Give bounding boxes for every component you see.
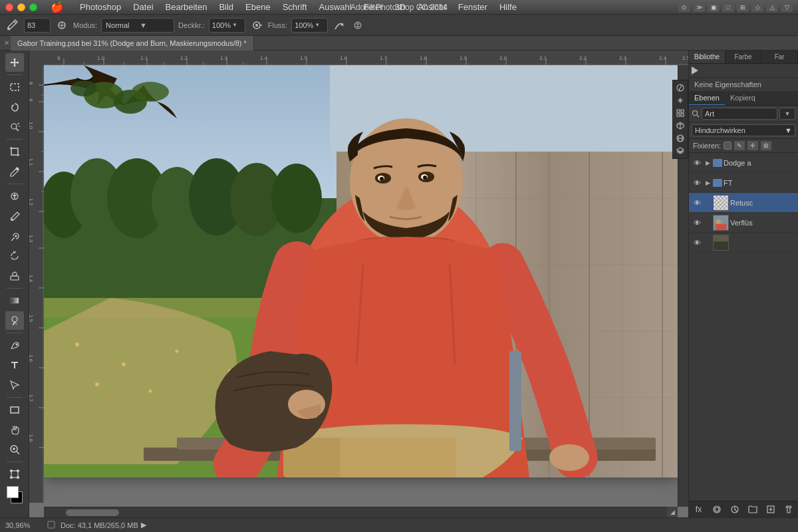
layer-row-retusc[interactable]: 👁 Retusc [689, 193, 798, 213]
tab-farbe[interactable]: Farbe [726, 51, 762, 63]
tab-kopierq[interactable]: Kopierq [725, 91, 761, 105]
delete-layer-button[interactable] [780, 503, 797, 516]
svg-point-101 [70, 80, 97, 96]
tablet-pressure-icon[interactable] [332, 18, 346, 33]
fix-brush-icon[interactable]: ✎ [734, 141, 745, 150]
hand-tool[interactable] [5, 420, 24, 439]
new-layer-button[interactable] [762, 503, 779, 516]
deckraft-box[interactable]: 100% ▼ [209, 18, 245, 33]
layer-row-5[interactable]: 👁 [689, 233, 798, 253]
svg-point-133 [380, 177, 384, 181]
menu-hilfe[interactable]: Hilfe [494, 1, 522, 13]
brush-picker-icon[interactable] [55, 18, 69, 33]
layer-expand-ft[interactable]: ▶ [704, 179, 712, 187]
menu-ebene[interactable]: Ebene [240, 1, 276, 13]
dodge-tool[interactable] [5, 311, 24, 330]
pen-tool[interactable] [5, 336, 24, 354]
eraser-tool[interactable] [5, 267, 24, 285]
blend-mode-dropdown[interactable]: Hindurchwirken ▼ [692, 124, 795, 136]
close-button[interactable] [5, 3, 13, 11]
minimize-button[interactable] [17, 3, 25, 11]
svg-rect-15 [11, 407, 19, 413]
menu-fenster[interactable]: Fenster [453, 1, 493, 13]
icon-3d-rotate[interactable] [675, 82, 686, 93]
menu-bild[interactable]: Bild [213, 1, 239, 13]
transfer-tool[interactable] [5, 465, 24, 483]
close-doc-button[interactable]: ✕ [0, 36, 11, 51]
menu-schrift[interactable]: Schrift [277, 1, 313, 13]
menu-datei[interactable]: Datei [128, 1, 158, 13]
svg-rect-146 [681, 114, 684, 116]
type-filter-dropdown[interactable]: ▼ [779, 108, 795, 120]
brush-size-box[interactable]: 83 [24, 18, 51, 33]
fix-position-checkbox[interactable] [724, 142, 732, 150]
quick-select-tool[interactable] [5, 118, 24, 136]
canvas-wrapper[interactable] [44, 65, 678, 507]
tab-bibliothe[interactable]: Bibliothe [689, 51, 726, 63]
healing-brush-tool[interactable] [5, 187, 24, 205]
menu-icon-3: ▣ [708, 3, 720, 12]
icon-layers-stack[interactable] [675, 146, 686, 156]
canvas-document[interactable] [44, 65, 678, 477]
menu-icon-1: ⊙ [678, 3, 690, 12]
move-tool[interactable] [5, 53, 24, 72]
scrollbar-horizontal[interactable]: ◢ [44, 507, 678, 517]
type-tool[interactable] [5, 356, 24, 374]
modus-dropdown[interactable]: Normal ▼ [101, 18, 174, 33]
icon-3d-pan[interactable] [675, 95, 686, 106]
fix-move-icon[interactable]: ✛ [747, 141, 758, 150]
airbrush-icon[interactable] [249, 18, 264, 33]
svg-point-13 [12, 317, 17, 322]
play-button[interactable] [692, 66, 698, 74]
menu-photoshop[interactable]: Photoshop [74, 1, 126, 13]
tab-far2[interactable]: Far [761, 51, 798, 63]
layer-row-verflus[interactable]: 👁 Verflüs [689, 213, 798, 233]
menu-bearbeiten[interactable]: Bearbeiten [160, 1, 213, 13]
icon-sphere[interactable] [675, 133, 686, 144]
layer-row-ft[interactable]: 👁 ▶ FT [689, 173, 798, 193]
brush-tool[interactable] [5, 207, 24, 225]
blend-mode-row: Hindurchwirken ▼ [689, 122, 798, 139]
svg-point-18 [10, 470, 12, 472]
shape-tool[interactable] [5, 400, 24, 419]
maximize-button[interactable] [29, 3, 37, 11]
fluss-box[interactable]: 100% ▼ [291, 18, 328, 33]
layers-type-filter[interactable]: Art [702, 108, 777, 120]
layer-eye-dodge[interactable]: 👁 [692, 158, 702, 168]
canvas-image [44, 65, 678, 477]
clone-stamp-tool[interactable] [5, 227, 24, 245]
color-picker[interactable] [5, 486, 24, 505]
pen-pressure-icon[interactable] [350, 18, 365, 33]
doc-info-arrow[interactable]: ▶ [141, 521, 146, 529]
menu-icon-6: ◇ [751, 3, 763, 12]
layer-row-dodge[interactable]: 👁 ▶ Dodge a [689, 153, 798, 173]
new-group-button[interactable] [744, 503, 761, 516]
add-mask-button[interactable] [708, 503, 725, 516]
layer-eye-retusc[interactable]: 👁 [692, 198, 702, 208]
marquee-tool[interactable] [5, 78, 24, 96]
scrollbar-h-thumb[interactable] [66, 509, 119, 516]
crop-tool[interactable] [5, 142, 24, 161]
icon-grid[interactable] [675, 108, 686, 118]
foreground-color[interactable] [7, 486, 19, 498]
layer-expand-dodge[interactable]: ▶ [704, 159, 712, 167]
gradient-tool[interactable] [5, 291, 24, 310]
svg-rect-12 [11, 298, 19, 303]
apple-menu[interactable]: 🍎 [45, 0, 69, 14]
svg-text:2.5: 2.5 [682, 55, 688, 61]
layer-eye-5[interactable]: 👁 [692, 237, 702, 248]
canvas-area[interactable]: 9 1.0 1.1 1.2 1.3 1.4 1.5 1.6 1.7 1.8 [29, 51, 688, 517]
history-brush-tool[interactable] [5, 247, 24, 265]
tab-ebenen[interactable]: Ebenen [689, 91, 725, 105]
zoom-tool[interactable] [5, 440, 24, 459]
path-select-tool[interactable] [5, 376, 24, 394]
layer-eye-ft[interactable]: 👁 [692, 178, 702, 188]
add-fx-button[interactable]: fx [690, 503, 707, 516]
fix-all-icon[interactable]: ⊞ [761, 141, 771, 150]
eyedropper-tool[interactable] [5, 162, 24, 181]
add-adjustment-button[interactable] [726, 503, 743, 516]
layer-eye-verflus[interactable]: 👁 [692, 217, 702, 228]
document-tab[interactable]: Gabor Training.psd bei 31% (Dodge and Bu… [11, 36, 254, 51]
icon-box[interactable] [675, 120, 686, 131]
lasso-tool[interactable] [5, 98, 24, 116]
